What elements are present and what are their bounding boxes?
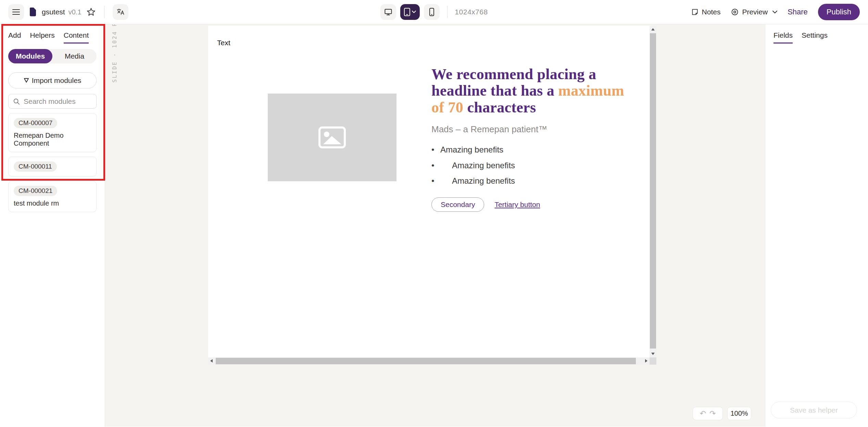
divider — [447, 6, 447, 18]
headline: We recommend placing a headline that has… — [431, 66, 637, 116]
notes-label: Notes — [702, 8, 721, 16]
tab-content[interactable]: Content — [64, 31, 89, 44]
undo-redo-card: ↶ ↷ — [693, 407, 723, 420]
bullet-text: Amazing benefits — [452, 176, 515, 186]
preview-dropdown-button[interactable] — [772, 11, 777, 14]
redo-icon: ↷ — [709, 409, 716, 418]
tertiary-button[interactable]: Tertiary button — [494, 200, 540, 209]
list-item: • Amazing benefits — [431, 176, 637, 186]
desktop-icon — [384, 8, 392, 16]
left-sidebar: Add Helpers Content Modules Media Import… — [0, 24, 105, 427]
publish-button[interactable]: Publish — [818, 4, 860, 20]
preview-label: Preview — [742, 8, 768, 16]
headline-part2: characters — [463, 99, 536, 116]
topbar-left: gsutest v0.1 — [8, 4, 128, 20]
tab-add[interactable]: Add — [8, 31, 21, 44]
desktop-view-button[interactable] — [380, 4, 396, 20]
undo-button[interactable]: ↶ — [700, 410, 706, 417]
device-switcher: 1024x768 — [380, 0, 488, 24]
document-icon — [29, 7, 37, 17]
subtitle: Mads – a Remepan patient™ — [431, 124, 637, 135]
module-id-badge: CM-000007 — [14, 118, 57, 128]
search-modules-box — [8, 94, 97, 109]
horizontal-scrollbar-thumb[interactable] — [216, 358, 636, 364]
module-name: test module rm — [14, 199, 91, 207]
module-name: Remepan Demo Component — [14, 132, 91, 147]
module-card[interactable]: CM-000021 test module rm — [8, 181, 97, 212]
share-button[interactable]: Share — [788, 8, 808, 16]
list-item: • Amazing benefits — [431, 161, 637, 170]
module-card[interactable]: CM-000011 — [8, 157, 97, 176]
app-root: gsutest v0.1 — [0, 0, 868, 427]
divider — [104, 6, 104, 18]
save-as-helper-button[interactable]: Save as helper — [771, 402, 857, 418]
slide-ruler-label: SLIDE · 1024 PX — [111, 24, 118, 83]
star-icon — [86, 7, 96, 17]
button-row: Secondary Tertiary button — [431, 197, 637, 212]
translate-button[interactable] — [113, 4, 128, 20]
tablet-view-button[interactable] — [400, 4, 419, 20]
bullet-list: • Amazing benefits • Amazing benefits • … — [431, 145, 637, 186]
tab-fields[interactable]: Fields — [773, 31, 793, 44]
translate-icon — [116, 8, 125, 16]
import-icon — [24, 78, 29, 83]
canvas-area: SLIDE · 1024 PX Text We recommend placin… — [105, 24, 765, 427]
scroll-up-arrow[interactable] — [651, 28, 655, 30]
toggle-modules[interactable]: Modules — [8, 49, 52, 63]
image-icon — [318, 126, 346, 149]
import-modules-label: Import modules — [32, 76, 81, 85]
topbar: gsutest v0.1 — [0, 0, 868, 24]
module-card[interactable]: CM-000007 Remepan Demo Component — [8, 113, 97, 152]
bullet-icon: • — [431, 145, 440, 155]
toggle-media[interactable]: Media — [52, 49, 97, 63]
left-panel-tabs: Add Helpers Content — [8, 31, 97, 44]
redo-button[interactable]: ↷ — [709, 410, 716, 417]
preview-button[interactable]: Preview — [731, 8, 768, 16]
image-placeholder[interactable] — [268, 94, 397, 181]
bullet-icon: • — [431, 161, 452, 170]
search-icon — [13, 98, 20, 105]
module-id-badge: CM-000011 — [14, 161, 57, 172]
import-modules-button[interactable]: Import modules — [8, 72, 97, 88]
right-panel-tabs: Fields Settings — [773, 31, 860, 44]
notes-button[interactable]: Notes — [691, 8, 721, 16]
undo-icon: ↶ — [700, 409, 706, 418]
scroll-left-arrow[interactable] — [210, 359, 213, 363]
document-title: gsutest — [42, 8, 65, 16]
note-icon — [691, 8, 699, 16]
resolution-label: 1024x768 — [455, 8, 488, 16]
tab-helpers[interactable]: Helpers — [30, 31, 54, 44]
secondary-button[interactable]: Secondary — [431, 197, 484, 212]
bullet-icon: • — [431, 176, 452, 186]
search-modules-input[interactable] — [24, 97, 92, 106]
slide-frame: Text We recommend placing a headline tha… — [208, 26, 656, 365]
favorite-button[interactable] — [86, 7, 96, 17]
modules-media-toggle: Modules Media — [8, 49, 97, 63]
chevron-down-icon — [772, 11, 777, 14]
bullet-text: Amazing benefits — [440, 145, 503, 155]
scrollbar-corner — [650, 357, 656, 365]
mobile-icon — [428, 8, 435, 16]
tab-settings[interactable]: Settings — [802, 31, 828, 44]
slide-canvas[interactable]: Text We recommend placing a headline tha… — [208, 26, 650, 357]
menu-button[interactable] — [8, 4, 24, 20]
document-version: v0.1 — [68, 8, 81, 16]
tablet-icon — [404, 8, 411, 16]
chevron-down-icon — [412, 11, 416, 13]
zoom-level[interactable]: 100% — [727, 407, 751, 420]
scroll-down-arrow[interactable] — [651, 353, 655, 355]
eye-icon — [731, 8, 739, 16]
vertical-scrollbar[interactable] — [650, 26, 656, 357]
bullet-text: Amazing benefits — [452, 161, 515, 170]
topbar-right: Notes Preview Share Publish — [691, 4, 860, 20]
vertical-scrollbar-thumb[interactable] — [650, 33, 656, 349]
right-sidebar: Fields Settings Save as helper — [765, 24, 868, 427]
text-module[interactable]: We recommend placing a headline that has… — [431, 66, 637, 212]
scroll-right-arrow[interactable] — [645, 359, 647, 363]
list-item: • Amazing benefits — [431, 145, 637, 155]
horizontal-scrollbar[interactable] — [208, 357, 650, 365]
mobile-view-button[interactable] — [424, 4, 439, 20]
hamburger-icon — [12, 9, 20, 15]
module-id-badge: CM-000021 — [14, 186, 57, 196]
module-label: Text — [217, 39, 230, 47]
